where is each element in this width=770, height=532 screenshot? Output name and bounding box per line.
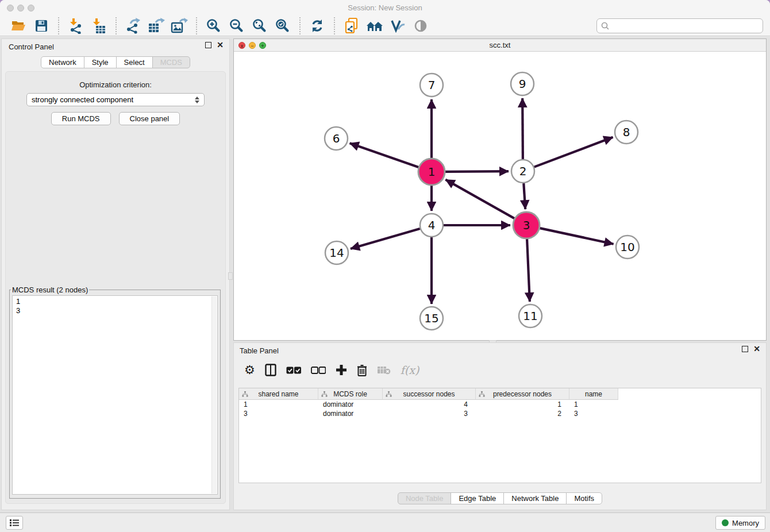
edge-1-6[interactable] — [350, 143, 419, 167]
graphics-details-button[interactable] — [412, 17, 429, 34]
node-2[interactable]: 2 — [511, 160, 534, 183]
column-header-successor-nodes[interactable]: successor nodes — [383, 388, 476, 400]
optimization-label: Optimization criterion: — [6, 80, 225, 89]
edge-3-1[interactable] — [445, 180, 514, 219]
column-header-shared-name[interactable]: shared name — [239, 388, 318, 400]
optimization-select[interactable]: strongly connected component — [26, 93, 205, 106]
cell-predecessor-nodes[interactable]: 1 — [476, 400, 569, 409]
table-row[interactable]: 1dominator411 — [239, 400, 761, 409]
tab-mcds[interactable]: MCDS — [152, 56, 190, 68]
zoom-fit-button[interactable] — [251, 17, 268, 34]
cell-shared-name[interactable]: 3 — [239, 409, 318, 418]
export-table-button[interactable] — [148, 17, 165, 34]
minimize-network-icon[interactable]: − — [249, 42, 256, 49]
function-builder-button[interactable]: f(x) — [401, 362, 419, 378]
cell-name[interactable]: 1 — [569, 400, 618, 409]
node-8[interactable]: 8 — [615, 121, 638, 144]
close-panel-icon[interactable]: ✕ — [217, 42, 224, 48]
close-panel-icon[interactable]: ✕ — [753, 346, 760, 352]
node-7[interactable]: 7 — [420, 74, 443, 97]
cell-successor-nodes[interactable]: 4 — [383, 400, 476, 409]
close-network-icon[interactable]: x — [238, 42, 245, 49]
node-9[interactable]: 9 — [511, 72, 534, 95]
column-header-name[interactable]: name — [569, 388, 618, 400]
refresh-button[interactable] — [309, 17, 326, 34]
run-mcds-button[interactable]: Run MCDS — [51, 112, 111, 125]
float-panel-icon[interactable] — [742, 346, 748, 352]
cell-predecessor-nodes[interactable]: 2 — [476, 409, 569, 418]
export-network-icon — [125, 18, 141, 34]
zoom-out-icon — [229, 18, 244, 33]
hierarchy-icon — [321, 391, 328, 398]
network-canvas[interactable]: 7968124314101511 — [234, 52, 766, 340]
node-14[interactable]: 14 — [325, 241, 348, 264]
column-header-predecessor-nodes[interactable]: predecessor nodes — [476, 388, 569, 400]
import-table-button[interactable] — [90, 17, 107, 34]
memory-button[interactable]: Memory — [715, 516, 765, 530]
node-1[interactable]: 1 — [418, 159, 445, 185]
cell-successor-nodes[interactable]: 3 — [383, 409, 476, 418]
tab-select[interactable]: Select — [116, 56, 153, 68]
zoom-out-button[interactable] — [228, 17, 245, 34]
edge-3-10[interactable] — [540, 228, 614, 244]
cell-shared-name[interactable]: 1 — [239, 400, 318, 409]
deselect-all-button[interactable] — [311, 362, 326, 378]
node-6[interactable]: 6 — [325, 127, 348, 150]
zoom-in-button[interactable] — [205, 17, 222, 34]
node-4[interactable]: 4 — [420, 214, 443, 237]
apply-style-button[interactable] — [389, 17, 406, 34]
table-settings-button[interactable]: ⚙ — [244, 362, 255, 378]
edge-2-3[interactable] — [523, 183, 525, 209]
column-header-mcds-role[interactable]: MCDS role — [318, 388, 383, 400]
hierarchy-icon — [479, 391, 485, 398]
select-all-button[interactable] — [286, 362, 301, 378]
cell-mcds-role[interactable]: dominator — [318, 409, 383, 418]
table-row[interactable]: 3dominator323 — [239, 409, 761, 418]
open-session-button[interactable] — [10, 17, 27, 34]
node-3[interactable]: 3 — [513, 212, 540, 238]
delete-table-button[interactable] — [377, 362, 391, 378]
add-column-button[interactable] — [336, 362, 347, 378]
save-session-button[interactable] — [33, 17, 50, 34]
import-network-button[interactable] — [67, 17, 84, 34]
minimize-window-icon[interactable] — [17, 5, 24, 11]
float-panel-icon[interactable] — [205, 42, 211, 48]
tab-node-table[interactable]: Node Table — [398, 492, 452, 504]
clone-network-button[interactable] — [343, 17, 360, 34]
maximize-network-icon[interactable]: + — [259, 42, 266, 49]
svg-text:7: 7 — [428, 78, 436, 92]
close-panel-button[interactable]: Close panel — [119, 112, 180, 125]
mcds-result-box: MCDS result (2 nodes) 13 — [9, 286, 221, 499]
export-network-button[interactable] — [125, 17, 142, 34]
result-scrollbar[interactable] — [211, 296, 217, 494]
tab-motifs[interactable]: Motifs — [566, 492, 602, 504]
edge-2-9[interactable] — [522, 98, 523, 159]
application-window: Session: New Session — [0, 0, 770, 532]
maximize-window-icon[interactable] — [28, 5, 34, 11]
node-15[interactable]: 15 — [420, 307, 443, 330]
home-button[interactable] — [366, 17, 383, 34]
tab-network-table[interactable]: Network Table — [503, 492, 567, 504]
zoom-fit-icon — [252, 18, 267, 33]
home-icon — [366, 19, 383, 33]
zoom-selected-button[interactable] — [274, 17, 291, 34]
cell-name[interactable]: 3 — [569, 409, 618, 418]
tab-edge-table[interactable]: Edge Table — [451, 492, 504, 504]
tab-style[interactable]: Style — [84, 56, 117, 68]
task-history-button[interactable] — [6, 516, 23, 530]
split-view-button[interactable] — [265, 362, 276, 378]
edge-3-11[interactable] — [527, 239, 530, 302]
node-11[interactable]: 11 — [519, 304, 542, 327]
delete-column-button[interactable] — [357, 362, 367, 378]
search-input[interactable] — [610, 22, 759, 30]
split-handle-vertical[interactable] — [228, 272, 233, 280]
cell-mcds-role[interactable]: dominator — [318, 400, 383, 409]
mcds-result-list[interactable]: 13 — [12, 295, 218, 495]
tab-network[interactable]: Network — [41, 56, 84, 68]
edge-2-8[interactable] — [534, 137, 613, 167]
edge-4-14[interactable] — [351, 229, 420, 249]
close-window-icon[interactable] — [7, 5, 14, 11]
export-image-button[interactable] — [171, 17, 188, 34]
edge-1-2[interactable] — [445, 171, 509, 172]
node-10[interactable]: 10 — [616, 236, 639, 259]
